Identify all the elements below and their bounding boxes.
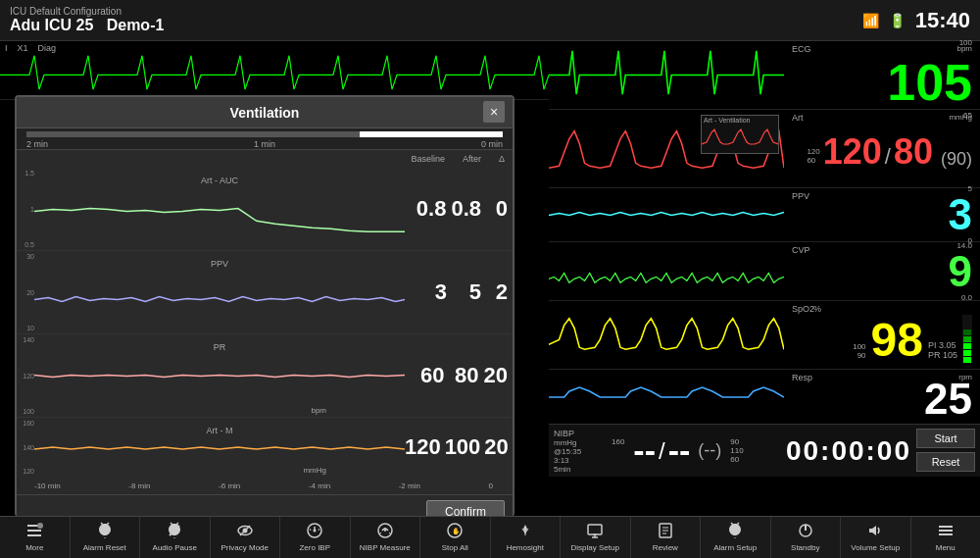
svg-rect-1 [27, 530, 41, 532]
svg-line-4 [101, 523, 103, 525]
art-vital-row: Art - Ventilation Art mmHg 120 60 120 / … [549, 110, 980, 188]
svg-rect-24 [588, 525, 602, 534]
toolbar-review[interactable]: Review [631, 517, 702, 558]
toolbar-zero-ibp[interactable]: Zero IBP [280, 517, 351, 558]
art-vitals: Art mmHg 120 60 120 / 80 (90) [784, 110, 980, 187]
cvp-label: CVP [792, 245, 810, 255]
toolbar-volume-setup[interactable]: Volume Setup [841, 517, 911, 558]
chart-row-art-auc: 1.5 1 0.5 Art - AUC 0.8 0.8 0 [17, 168, 513, 251]
toolbar-display-setup-label: Display Setup [571, 544, 619, 553]
modal-close-button[interactable]: × [483, 101, 505, 123]
timeline-slider[interactable] [26, 131, 503, 137]
svg-text:▶|: ▶| [103, 528, 110, 533]
nibp-duration: 5min [554, 465, 603, 474]
more-icon [25, 522, 43, 543]
nibp-unit: mmHg [554, 438, 603, 447]
privacy-mode-icon [236, 522, 254, 543]
ecg-vitals: ECG bpm 100 105 65 [784, 41, 980, 109]
svg-line-16 [310, 529, 311, 531]
svg-rect-37 [939, 530, 953, 532]
timeline-bar: 2 min 1 min 0 min [17, 128, 513, 150]
chart-values-art-auc: 0.8 0.8 0 [405, 168, 513, 250]
spo2-bar-indicator [962, 315, 972, 364]
svg-line-32 [731, 523, 733, 525]
toolbar-more[interactable]: More [0, 517, 71, 558]
baseline-pr: 60 [416, 363, 445, 388]
chart-label-art-auc: Art - AUC [201, 176, 238, 185]
art-systolic: 120 [823, 134, 882, 170]
zero-ibp-icon [306, 522, 323, 543]
toolbar-more-label: More [25, 544, 43, 553]
toolbar-privacy-mode-label: Privacy Mode [221, 544, 269, 553]
chart-label-pr: PR [214, 342, 226, 352]
cvp-value: 9 [949, 250, 972, 293]
toolbar-stop-all-label: Stop All [442, 544, 468, 553]
ecg-right-waveform [549, 41, 784, 109]
ecg-strip: I X1 Diag [0, 41, 549, 100]
chart-area-art-auc: Art - AUC [34, 168, 405, 250]
cvp-wave-panel [549, 242, 784, 300]
art-m-unit: mmHg [303, 466, 326, 475]
confirm-button[interactable]: Confirm [426, 500, 505, 517]
main-area: I X1 Diag Ventilation × [0, 41, 980, 516]
y-labels-pr: 140 120 100 [17, 334, 34, 417]
nibp-diastolic: -- [668, 431, 691, 470]
spo2-value: 98 [871, 317, 923, 364]
pr-unit: bpm [311, 406, 326, 415]
baseline-ppv: 3 [417, 279, 447, 305]
nibp-time2: 3:13 [554, 456, 603, 465]
toolbar-zero-ibp-label: Zero IBP [299, 544, 330, 553]
delta-art-auc: 0 [486, 196, 508, 222]
ppv-label: PPV [792, 191, 809, 201]
toolbar-alarm-reset[interactable]: ▶| Alarm Reset [71, 517, 141, 558]
toolbar-menu-label: Menu [936, 544, 956, 553]
ppv-value: 3 [949, 193, 972, 236]
after-art-auc: 0.8 [451, 196, 481, 222]
timer-display: 00:00:00 [786, 435, 911, 467]
svg-line-7 [171, 523, 172, 525]
toolbar-nibp-measure[interactable]: NIBP Measure [351, 517, 421, 558]
resp-waveform [549, 370, 784, 424]
ecg-label: ECG [792, 44, 811, 54]
bottom-toolbar: More ▶| Alarm Reset Audio Pause Privacy … [0, 516, 980, 558]
baseline-art-auc: 0.8 [416, 196, 447, 222]
after-ppv: 5 [452, 279, 481, 305]
toolbar-privacy-mode[interactable]: Privacy Mode [211, 517, 281, 558]
spo2-unit: % [813, 304, 972, 314]
toolbar-alarm-setup-label: Alarm Setup [713, 544, 757, 553]
svg-line-33 [737, 523, 739, 525]
resp-value: 25 [792, 378, 972, 421]
ppv-vital-row: PPV 5 3 0 [549, 188, 980, 242]
nibp-time1: @15:35 [554, 447, 603, 456]
toolbar-menu[interactable]: Menu [911, 517, 981, 558]
toolbar-display-setup[interactable]: Display Setup [561, 517, 631, 558]
chart-label-ppv: PPV [211, 259, 228, 269]
start-button[interactable]: Start [916, 429, 975, 448]
spo2-wave-panel [549, 301, 784, 369]
chart-area-pr: PR bpm [34, 334, 405, 417]
modal-header: Ventilation × [17, 97, 513, 128]
audio-pause-icon [166, 522, 183, 543]
cvp-vital-row: CVP 14.0 9 0.0 [549, 242, 980, 301]
svg-line-21 [380, 533, 381, 533]
hemosight-icon [516, 522, 534, 543]
svg-rect-38 [939, 533, 953, 535]
toolbar-alarm-setup[interactable]: Alarm Setup [701, 517, 771, 558]
ecg-unit: bpm [956, 44, 972, 53]
timer-section: 00:00:00 Start Reset [786, 429, 975, 474]
wifi-icon: 📶 [862, 13, 879, 28]
review-icon [657, 522, 674, 543]
toolbar-audio-pause[interactable]: Audio Pause [140, 517, 211, 558]
resp-label: Resp [792, 373, 812, 382]
reset-button[interactable]: Reset [916, 452, 975, 472]
toolbar-hemosight-label: Hemosight [507, 544, 544, 553]
toolbar-standby[interactable]: Standby [771, 517, 842, 558]
battery-icon: 🔋 [889, 13, 906, 28]
delta-ppv: 2 [486, 279, 508, 305]
toolbar-stop-all[interactable]: ✋ Stop All [420, 517, 491, 558]
toolbar-hemosight[interactable]: Hemosight [491, 517, 562, 558]
chart-values-art-m: 120 100 20 [405, 418, 513, 477]
after-pr: 80 [450, 363, 479, 388]
modal-title: Ventilation [230, 105, 300, 121]
svg-point-3 [37, 523, 43, 529]
